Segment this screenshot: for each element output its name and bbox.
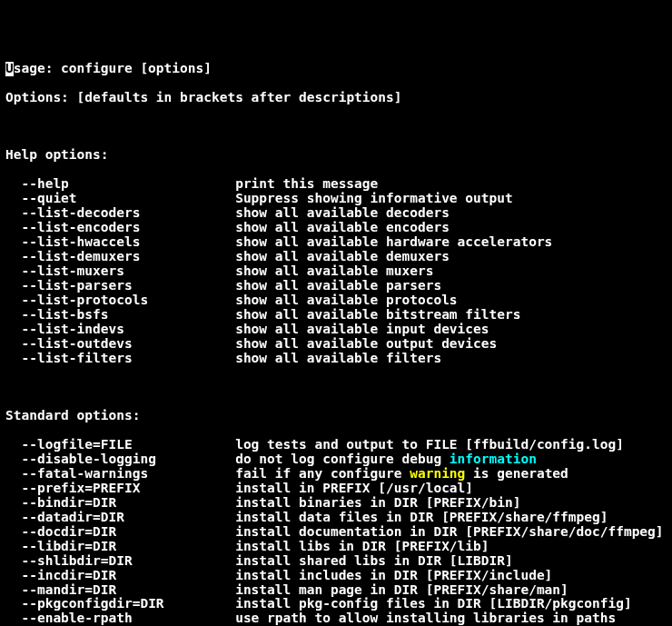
option-flag: --bindir=DIR bbox=[5, 496, 235, 511]
text-segment: use rpath to allow installing libraries … bbox=[235, 611, 616, 625]
option-row: --list-demuxersshow all available demuxe… bbox=[5, 250, 667, 264]
option-description: show all available output devices bbox=[235, 336, 497, 351]
blank-line bbox=[5, 380, 667, 394]
option-description: install binaries in DIR [PREFIX/bin] bbox=[235, 495, 520, 510]
option-description: log tests and output to FILE [ffbuild/co… bbox=[235, 437, 624, 452]
option-description: show all available bitstream filters bbox=[235, 307, 520, 322]
option-description: install man page in DIR [PREFIX/share/ma… bbox=[235, 582, 568, 597]
option-description: show all available filters bbox=[235, 351, 441, 365]
option-flag: --docdir=DIR bbox=[5, 525, 235, 540]
text-segment: install documentation in DIR [PREFIX/sha… bbox=[235, 524, 663, 539]
option-row: --list-muxersshow all available muxers bbox=[5, 264, 667, 279]
option-row: --list-indevsshow all available input de… bbox=[5, 323, 667, 337]
option-flag: --quiet bbox=[5, 192, 235, 206]
option-row: --list-parsersshow all available parsers bbox=[5, 279, 667, 293]
highlight-yellow: warning bbox=[410, 466, 465, 481]
option-flag: --list-bsfs bbox=[5, 308, 235, 323]
option-row: --mandir=DIRinstall man page in DIR [PRE… bbox=[5, 583, 667, 598]
option-description: show all available input devices bbox=[235, 322, 489, 336]
option-row: --list-bsfsshow all available bitstream … bbox=[5, 308, 667, 323]
standard-options-header: Standard options: bbox=[5, 409, 667, 423]
option-row: --helpprint this message bbox=[5, 177, 667, 192]
option-description: show all available protocols bbox=[235, 293, 457, 307]
option-row: --libdir=DIRinstall libs in DIR [PREFIX/… bbox=[5, 540, 667, 554]
text-segment: fail if any configure bbox=[235, 466, 410, 481]
standard-options-block: --logfile=FILElog tests and output to FI… bbox=[5, 438, 667, 626]
option-row: --logfile=FILElog tests and output to FI… bbox=[5, 438, 667, 452]
text-segment: is generated bbox=[465, 466, 568, 481]
option-flag: --shlibdir=DIR bbox=[5, 554, 235, 569]
option-row: --list-decodersshow all available decode… bbox=[5, 206, 667, 221]
option-description: fail if any configure warning is generat… bbox=[235, 466, 568, 481]
option-description: install shared libs in DIR [LIBDIR] bbox=[235, 553, 513, 568]
text-segment: install libs in DIR [PREFIX/lib] bbox=[235, 539, 489, 553]
option-row: --quietSuppress showing informative outp… bbox=[5, 192, 667, 206]
option-description: print this message bbox=[235, 176, 378, 191]
option-flag: --logfile=FILE bbox=[5, 438, 235, 452]
option-flag: --incdir=DIR bbox=[5, 569, 235, 583]
option-flag: --list-hwaccels bbox=[5, 235, 235, 250]
text-segment: install pkg-config files in DIR [LIBDIR/… bbox=[235, 596, 632, 611]
option-flag: --mandir=DIR bbox=[5, 583, 235, 598]
text-segment: install data files in DIR [PREFIX/share/… bbox=[235, 510, 608, 524]
help-options-header: Help options: bbox=[5, 148, 667, 163]
text-segment: install man page in DIR [PREFIX/share/ma… bbox=[235, 582, 568, 597]
option-row: --list-hwaccelsshow all available hardwa… bbox=[5, 235, 667, 250]
option-row: --disable-loggingdo not log configure de… bbox=[5, 452, 667, 467]
text-segment: install binaries in DIR [PREFIX/bin] bbox=[235, 495, 520, 510]
option-row: --incdir=DIRinstall includes in DIR [PRE… bbox=[5, 569, 667, 583]
option-row: --docdir=DIRinstall documentation in DIR… bbox=[5, 525, 667, 540]
options-line: Options: [defaults in brackets after des… bbox=[5, 91, 667, 105]
option-row: --prefix=PREFIXinstall in PREFIX [/usr/l… bbox=[5, 482, 667, 496]
blank-line bbox=[5, 120, 667, 134]
option-description: show all available decoders bbox=[235, 205, 450, 220]
option-description: show all available muxers bbox=[235, 263, 433, 278]
option-description: show all available demuxers bbox=[235, 249, 450, 263]
option-flag: --list-protocols bbox=[5, 293, 235, 308]
text-segment: install shared libs in DIR [LIBDIR] bbox=[235, 553, 513, 568]
option-flag: --list-indevs bbox=[5, 323, 235, 337]
option-flag: --disable-logging bbox=[5, 452, 235, 467]
usage-line: Usage: configure [options] bbox=[5, 62, 667, 76]
option-description: install documentation in DIR [PREFIX/sha… bbox=[235, 524, 663, 539]
option-description: Suppress showing informative output bbox=[235, 191, 513, 205]
text-segment: log tests and output to FILE [ffbuild/co… bbox=[235, 437, 624, 452]
option-flag: --list-decoders bbox=[5, 206, 235, 221]
option-flag: --list-outdevs bbox=[5, 337, 235, 352]
option-flag: --list-encoders bbox=[5, 221, 235, 235]
text-segment: install includes in DIR [PREFIX/include] bbox=[235, 568, 552, 582]
text-segment: do not log configure debug bbox=[235, 452, 450, 466]
option-description: install in PREFIX [/usr/local] bbox=[235, 481, 473, 495]
cursor-block: U bbox=[5, 62, 14, 76]
option-row: --enable-rpathuse rpath to allow install… bbox=[5, 611, 667, 626]
option-flag: --list-demuxers bbox=[5, 250, 235, 264]
option-row: --shlibdir=DIRinstall shared libs in DIR… bbox=[5, 554, 667, 569]
option-flag: --libdir=DIR bbox=[5, 540, 235, 554]
option-row: --datadir=DIRinstall data files in DIR [… bbox=[5, 511, 667, 525]
option-flag: --list-parsers bbox=[5, 279, 235, 293]
option-row: --list-encodersshow all available encode… bbox=[5, 221, 667, 235]
text-segment: install in PREFIX [/usr/local] bbox=[235, 481, 473, 495]
help-options-block: --helpprint this message --quietSuppress… bbox=[5, 177, 667, 365]
option-description: show all available encoders bbox=[235, 220, 450, 234]
option-flag: --list-filters bbox=[5, 352, 235, 366]
option-row: --pkgconfigdir=DIRinstall pkg-config fil… bbox=[5, 597, 667, 611]
option-row: --list-protocolsshow all available proto… bbox=[5, 293, 667, 308]
option-description: show all available hardware accelerators bbox=[235, 234, 552, 249]
highlight-cyan: information bbox=[450, 452, 537, 466]
option-row: --bindir=DIRinstall binaries in DIR [PRE… bbox=[5, 496, 667, 511]
option-flag: --prefix=PREFIX bbox=[5, 482, 235, 496]
option-flag: --fatal-warnings bbox=[5, 467, 235, 482]
option-flag: --list-muxers bbox=[5, 264, 235, 279]
option-flag: --datadir=DIR bbox=[5, 511, 235, 525]
option-description: install libs in DIR [PREFIX/lib] bbox=[235, 539, 489, 553]
option-row: --fatal-warningsfail if any configure wa… bbox=[5, 467, 667, 482]
option-flag: --pkgconfigdir=DIR bbox=[5, 597, 235, 611]
option-flag: --help bbox=[5, 177, 235, 192]
option-description: show all available parsers bbox=[235, 278, 441, 293]
option-row: --list-filtersshow all available filters bbox=[5, 352, 667, 366]
option-description: use rpath to allow installing libraries … bbox=[235, 611, 616, 625]
option-description: install includes in DIR [PREFIX/include] bbox=[235, 568, 552, 582]
option-description: install data files in DIR [PREFIX/share/… bbox=[235, 510, 608, 524]
option-description: do not log configure debug information bbox=[235, 452, 537, 466]
